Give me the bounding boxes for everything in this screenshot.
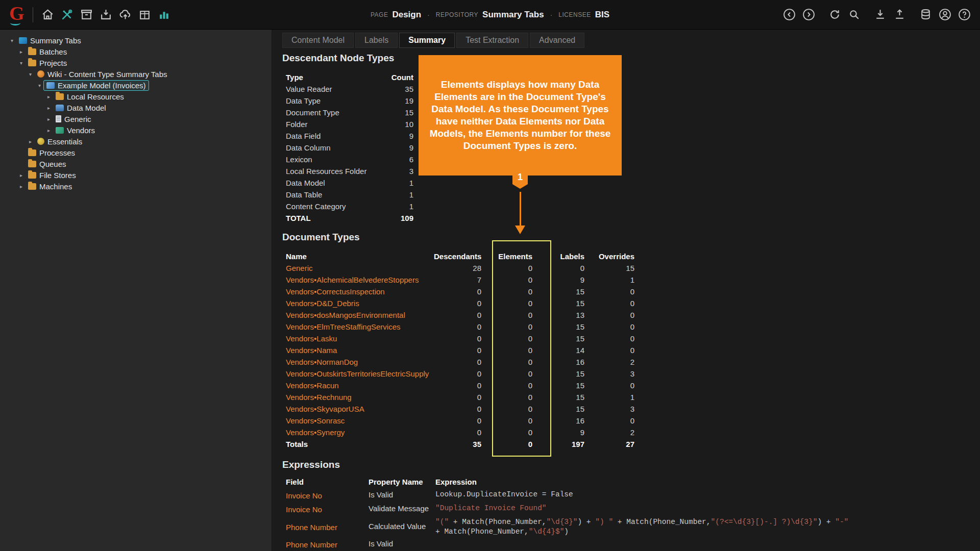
tree-item-example-model-invoices[interactable]: ▾Example Model (Invoices) (0, 80, 272, 91)
chevron-right-icon[interactable]: ▸ (17, 49, 25, 55)
tree-item-generic[interactable]: ▸Generic (0, 113, 272, 124)
chevron-right-icon[interactable]: ▸ (27, 139, 34, 144)
document-type-link[interactable]: Vendors•SkyvaporUSA (286, 403, 434, 415)
document-type-link[interactable]: Vendors•Synergy (286, 427, 434, 438)
tab-summary[interactable]: Summary (399, 33, 455, 48)
chevron-right-icon[interactable]: ▸ (45, 105, 53, 111)
batches-box-icon[interactable] (80, 8, 93, 21)
chevron-right-icon[interactable]: ▸ (45, 116, 53, 122)
tree-item-vendors[interactable]: ▸Vendors (0, 124, 272, 136)
tree-item-labelbox[interactable]: Essentials (34, 136, 85, 147)
tree-item-labelbox[interactable]: Machines (25, 181, 75, 192)
tree-item-wiki-content-type-summary-tabs[interactable]: ▾Wiki - Content Type Summary Tabs (0, 68, 272, 80)
tab-advanced[interactable]: Advanced (530, 33, 584, 48)
chevron-down-icon[interactable]: ▾ (36, 83, 43, 88)
upload-icon[interactable] (893, 8, 906, 21)
section-title: Document Types (282, 231, 634, 243)
dnt-type-cell: Value Reader (286, 83, 390, 95)
search-icon[interactable] (848, 8, 861, 21)
dt-value-cell: 0 (481, 286, 532, 297)
tree-item-labelbox[interactable]: File Stores (25, 170, 79, 181)
package-icon[interactable] (138, 8, 151, 21)
import-box-icon[interactable] (100, 8, 112, 21)
document-type-link[interactable]: Vendors•CorrectusInspection (286, 286, 434, 297)
tree-item-label: Essentials (47, 137, 82, 146)
chevron-down-icon[interactable]: ▾ (27, 71, 34, 77)
cloud-upload-icon[interactable] (119, 8, 132, 21)
dnt-count-cell: 35 (390, 83, 413, 95)
tree-item-labelbox[interactable]: Summary Tabs (16, 35, 84, 46)
tree-item-projects[interactable]: ▾Projects (0, 57, 272, 68)
expr-property: Calculated Value (369, 521, 435, 533)
dt-value-cell: 0 (481, 415, 532, 427)
dnt-table: TypeCountValue Reader35Data Type19Docume… (286, 71, 413, 224)
dt-value-cell: 15 (532, 391, 584, 403)
tree-item-processes[interactable]: Processes (0, 147, 272, 158)
dt-value-cell: 15 (532, 368, 584, 380)
expr-field-link[interactable]: Invoice No (286, 490, 369, 502)
forward-icon[interactable] (802, 8, 815, 21)
tree-item-labelbox[interactable]: Data Model (53, 103, 109, 113)
document-type-link[interactable]: Vendors•Nama (286, 344, 434, 356)
tree-item-label: Machines (39, 182, 72, 191)
tree-item-essentials[interactable]: ▸Essentials (0, 136, 272, 147)
breadcrumb: PAGEDesign·REPOSITORYSummary Tabs·LICENS… (371, 0, 609, 30)
chevron-right-icon[interactable]: ▸ (45, 128, 53, 133)
chevron-right-icon[interactable]: ▸ (45, 94, 53, 99)
document-type-link[interactable]: Vendors•Racun (286, 380, 434, 391)
stats-chart-icon[interactable] (158, 8, 170, 21)
document-type-link[interactable]: Vendors•dosMangosEnvironmental (286, 309, 434, 321)
tree-item-labelbox[interactable]: Generic (53, 114, 94, 124)
tab-labels[interactable]: Labels (355, 33, 398, 48)
tree-item-local-resources[interactable]: ▸Local Resources (0, 91, 272, 102)
wiki-icon (37, 70, 44, 78)
chevron-right-icon[interactable]: ▸ (17, 172, 25, 178)
document-type-link[interactable]: Vendors•D&D_Debris (286, 297, 434, 309)
tree-item-label: File Stores (39, 171, 76, 180)
expr-field-link[interactable]: Phone Number (286, 539, 369, 550)
sidebar: ▾Summary Tabs▸Batches▾Projects▾Wiki - Co… (0, 30, 272, 551)
tree-item-labelbox[interactable]: Example Model (Invoices) (43, 80, 149, 91)
database-icon[interactable] (919, 8, 932, 21)
document-type-link[interactable]: Vendors•ElmTreeStaffingServices (286, 321, 434, 333)
tree-item-labelbox[interactable]: Local Resources (53, 91, 127, 102)
tree-item-labelbox[interactable]: Queues (25, 159, 69, 169)
dt-value-cell: 0 (481, 262, 532, 274)
tree-item-labelbox[interactable]: Projects (25, 58, 70, 68)
tree-item-summary-tabs[interactable]: ▾Summary Tabs (0, 35, 272, 46)
dt-value-cell: 16 (532, 415, 584, 427)
document-type-link[interactable]: Vendors•OutskirtsTerritoriesElectricSupp… (286, 368, 434, 380)
tree-item-labelbox[interactable]: Batches (25, 46, 70, 57)
home-icon[interactable] (41, 8, 54, 21)
document-type-link[interactable]: Vendors•Sonrasc (286, 415, 434, 427)
tree-item-labelbox[interactable]: Processes (25, 147, 78, 158)
document-type-link[interactable]: Vendors•AlchemicalBelvedereStoppers (286, 274, 434, 286)
tab-test-extraction[interactable]: Test Extraction (456, 33, 528, 48)
tree-item-labelbox[interactable]: Wiki - Content Type Summary Tabs (34, 69, 170, 80)
tree-item-batches[interactable]: ▸Batches (0, 46, 272, 57)
tree-item-data-model[interactable]: ▸Data Model (0, 102, 272, 113)
tree-item-queues[interactable]: Queues (0, 158, 272, 169)
tree-item-file-stores[interactable]: ▸File Stores (0, 169, 272, 181)
chevron-right-icon[interactable]: ▸ (17, 184, 25, 189)
document-type-link[interactable]: Vendors•Rechnung (286, 391, 434, 403)
tab-content-model[interactable]: Content Model (282, 33, 354, 48)
download-icon[interactable] (874, 8, 887, 21)
user-icon[interactable] (939, 8, 951, 21)
dt-value-cell: 13 (532, 309, 584, 321)
back-icon[interactable] (783, 8, 796, 21)
chevron-down-icon[interactable]: ▾ (8, 38, 16, 43)
help-icon[interactable] (958, 8, 971, 21)
document-type-link[interactable]: Vendors•NormanDog (286, 356, 434, 368)
tree-item-labelbox[interactable]: Vendors (53, 125, 98, 136)
expr-field-link[interactable]: Invoice No (286, 504, 369, 515)
refresh-icon[interactable] (828, 8, 841, 21)
app-logo: G (9, 4, 24, 26)
document-type-link[interactable]: Vendors•Lasku (286, 333, 434, 344)
dt-value-cell: 15 (532, 403, 584, 415)
tools-icon[interactable] (61, 8, 74, 21)
tree-item-machines[interactable]: ▸Machines (0, 181, 272, 192)
document-type-link[interactable]: Generic (286, 262, 434, 274)
chevron-down-icon[interactable]: ▾ (17, 60, 25, 66)
expr-field-link[interactable]: Phone Number (286, 521, 369, 533)
